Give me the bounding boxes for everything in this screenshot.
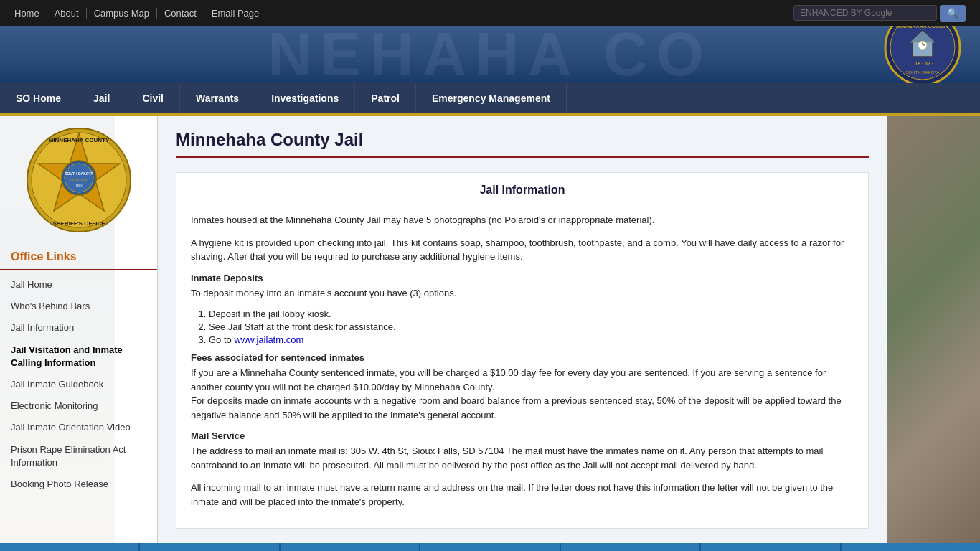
sidebar-prison-rape[interactable]: Prison Rape Elimination Act Information xyxy=(0,439,157,474)
right-spacer xyxy=(887,116,980,543)
nav-home[interactable]: Home xyxy=(14,8,47,19)
inmate-deposits-title: Inmate Deposits xyxy=(191,273,854,283)
footer-btn-agendas[interactable]: Agendas, Minutes & Video xyxy=(0,543,140,551)
page-title: Minnehaha County Jail xyxy=(176,130,869,150)
svg-text:SOUTH DAKOTA: SOUTH DAKOTA xyxy=(65,171,93,176)
sheriff-badge: SOUTH DAKOTA GREAT SEAL 1889 MINNEHAHA C… xyxy=(25,126,133,234)
footer-bar: Agendas, Minutes & Video Concerns/Questi… xyxy=(0,543,980,551)
nav-investigations[interactable]: Investigations xyxy=(255,83,355,113)
svg-text:SOUTH DAKOTA: SOUTH DAKOTA xyxy=(906,70,940,75)
top-nav: Home About Campus Map Contact Email Page xyxy=(14,8,266,19)
mail-title: Mail Service xyxy=(191,430,854,441)
header-bg-text: NEHAHA CO xyxy=(268,26,712,83)
intro-para-2: A hygiene kit is provided upon checking … xyxy=(191,236,854,264)
deposit-options-list: Deposit in the jail lobby kiosk. See Jai… xyxy=(191,309,854,345)
fees-para: If you are a Minnehaha County sentenced … xyxy=(191,366,854,422)
footer-btn-planning-ordinances[interactable]: Planning Ordinances xyxy=(701,543,841,551)
info-box-title: Jail Information xyxy=(191,184,854,204)
deposit-option-2: See Jail Staff at the front desk for ass… xyxy=(209,321,854,332)
nav-patrol[interactable]: Patrol xyxy=(355,83,416,113)
svg-text:MINNEHAHA COUNTY: MINNEHAHA COUNTY xyxy=(896,26,949,29)
mail-para-2: All incoming mail to an inmate must have… xyxy=(191,481,854,509)
jailatm-link[interactable]: www.jailatm.com xyxy=(234,334,303,345)
svg-text:GREAT SEAL: GREAT SEAL xyxy=(70,178,88,182)
sidebar-seal: SOUTH DAKOTA GREAT SEAL 1889 MINNEHAHA C… xyxy=(0,126,157,234)
search-bar: 🔍 xyxy=(793,5,966,22)
info-box: Jail Information Inmates housed at the M… xyxy=(176,172,869,529)
office-links-title: Office Links xyxy=(0,245,157,270)
deposit-option-3: Go to www.jailatm.com xyxy=(209,334,854,345)
main-content: Minnehaha County Jail Jail Information I… xyxy=(158,116,887,543)
sidebar-jail-visitation[interactable]: Jail Visitation and Inmate Calling Infor… xyxy=(0,339,157,374)
top-bar: Home About Campus Map Contact Email Page… xyxy=(0,0,980,26)
sidebar-electronic-monitoring[interactable]: Electronic Monitoring xyxy=(0,395,157,417)
footer-btn-email-alerts[interactable]: Email Alerts xyxy=(420,543,560,551)
footer-btn-gis-mapping[interactable]: GIS Mapping xyxy=(561,543,701,551)
svg-text:SHERIFF'S OFFICE: SHERIFF'S OFFICE xyxy=(52,220,105,227)
svg-text:MINNEHAHA COUNTY: MINNEHAHA COUNTY xyxy=(48,137,109,143)
mail-para-1: The address to mail an inmate mail is: 3… xyxy=(191,444,854,472)
sidebar-booking-photo[interactable]: Booking Photo Release xyxy=(0,474,157,495)
search-input[interactable] xyxy=(793,5,937,21)
nav-jail[interactable]: Jail xyxy=(77,83,126,113)
footer-btn-pay-taxes[interactable]: Pay Taxes Online xyxy=(842,543,980,551)
county-seal: MINNEHAHA COUNTY · 18 · 62 · SOUTH DAKOT… xyxy=(883,26,962,83)
sidebar: SOUTH DAKOTA GREAT SEAL 1889 MINNEHAHA C… xyxy=(0,116,158,543)
main-nav: SO Home Jail Civil Warrants Investigatio… xyxy=(0,83,980,116)
intro-para-1: Inmates housed at the Minnehaha County J… xyxy=(191,213,854,227)
sidebar-jail-home[interactable]: Jail Home xyxy=(0,274,157,296)
nav-contact[interactable]: Contact xyxy=(157,8,204,19)
nav-email-page[interactable]: Email Page xyxy=(204,8,266,19)
deposit-option-1: Deposit in the jail lobby kiosk. xyxy=(209,309,854,319)
sidebar-orientation-video[interactable]: Jail Inmate Orientation Video xyxy=(0,417,157,438)
header: NEHAHA CO MINNEHAHA COUNTY · 18 · 62 · S… xyxy=(0,26,980,83)
footer-btn-concerns[interactable]: Concerns/Questions xyxy=(140,543,280,551)
inmate-deposits-para: To deposit money into an inmate's accoun… xyxy=(191,286,854,301)
content-wrapper: SOUTH DAKOTA GREAT SEAL 1889 MINNEHAHA C… xyxy=(0,116,980,543)
sidebar-jail-guidebook[interactable]: Jail Inmate Guidebook xyxy=(0,374,157,395)
fees-title: Fees associated for sentenced inmates xyxy=(191,352,854,363)
nav-emergency-management[interactable]: Emergency Management xyxy=(416,83,567,113)
nav-about[interactable]: About xyxy=(47,8,87,19)
nav-civil[interactable]: Civil xyxy=(126,83,180,113)
nav-so-home[interactable]: SO Home xyxy=(0,83,77,113)
sidebar-whos-behind-bars[interactable]: Who's Behind Bars xyxy=(0,296,157,317)
title-divider xyxy=(176,156,869,158)
svg-text:· 18 · 62 ·: · 18 · 62 · xyxy=(912,61,933,66)
footer-btn-county-ordinances[interactable]: County Ordinances xyxy=(281,543,420,551)
nav-warrants[interactable]: Warrants xyxy=(180,83,255,113)
header-watermark: NEHAHA CO xyxy=(0,26,980,83)
svg-text:1889: 1889 xyxy=(75,184,83,187)
sidebar-jail-information[interactable]: Jail Information xyxy=(0,317,157,339)
search-button[interactable]: 🔍 xyxy=(940,5,966,22)
nav-campus-map[interactable]: Campus Map xyxy=(87,8,157,19)
